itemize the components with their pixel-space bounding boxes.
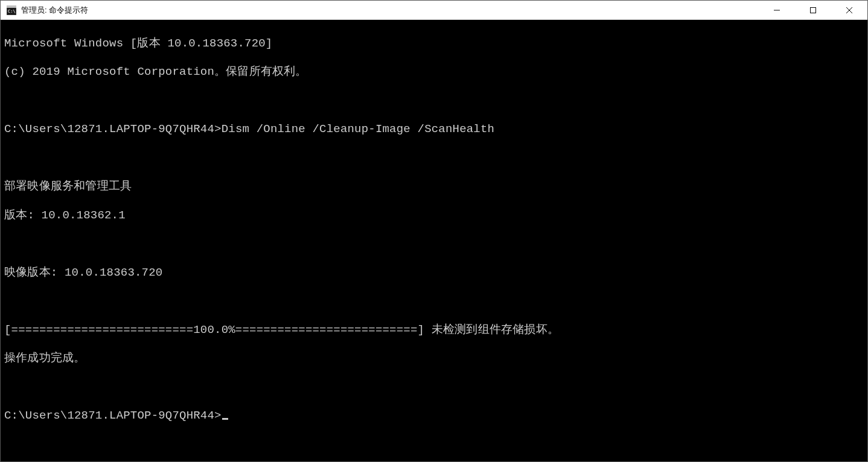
cursor [222,418,228,420]
terminal-output [4,151,864,166]
terminal-output: 映像版本: 10.0.18363.720 [4,266,864,280]
terminal-area[interactable]: Microsoft Windows [版本 10.0.18363.720] (c… [1,20,867,461]
terminal-output [4,237,864,252]
command-prompt-window: C:\ 管理员: 命令提示符 Microsoft Windows [版本 10.… [0,0,868,462]
terminal-progress: [==========================100.0%=======… [4,323,864,338]
prompt: C:\Users\12871.LAPTOP-9Q7QHR44> [4,409,222,422]
svg-rect-1 [7,5,16,8]
terminal-output: 部署映像服务和管理工具 [4,180,864,194]
terminal-prompt-line: C:\Users\12871.LAPTOP-9Q7QHR44> [4,409,864,423]
command-text: Dism /Online /Cleanup-Image /ScanHealth [222,122,494,136]
terminal-output: Microsoft Windows [版本 10.0.18363.720] [4,37,864,51]
svg-rect-4 [811,7,816,13]
terminal-output [4,381,864,395]
terminal-command-line: C:\Users\12871.LAPTOP-9Q7QHR44>Dism /Onl… [4,122,864,137]
minimize-button[interactable] [759,1,795,19]
terminal-output: (c) 2019 Microsoft Corporation。保留所有权利。 [4,65,864,80]
window-controls [759,1,867,19]
terminal-output [4,94,864,109]
terminal-output: 操作成功完成。 [4,352,864,366]
cmd-icon: C:\ [7,5,16,15]
terminal-output: 版本: 10.0.18362.1 [4,209,864,223]
maximize-button[interactable] [795,1,831,19]
titlebar[interactable]: C:\ 管理员: 命令提示符 [1,1,867,20]
window-title: 管理员: 命令提示符 [21,5,759,16]
svg-text:C:\: C:\ [8,9,16,14]
terminal-output [4,294,864,309]
prompt: C:\Users\12871.LAPTOP-9Q7QHR44> [4,122,222,136]
close-button[interactable] [831,1,867,19]
